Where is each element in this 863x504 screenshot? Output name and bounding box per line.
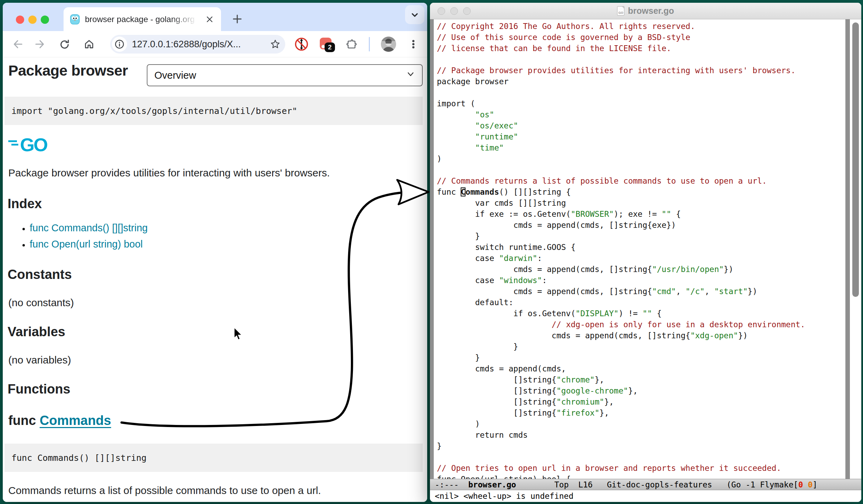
zoom-window-button[interactable]	[41, 16, 49, 24]
close-tab-icon[interactable]	[204, 13, 215, 25]
index-link-commands[interactable]: func Commands() [][]string	[30, 222, 148, 233]
window-controls-inactive[interactable]	[438, 7, 471, 15]
page-title: Package browser	[8, 62, 128, 79]
browser-toolbar: 127.0.0.1:62888/gopls/X... 2	[3, 31, 427, 57]
go-logo: GO	[8, 135, 53, 155]
code-line: import (	[437, 98, 841, 109]
import-code-block: import "golang.org/x/tools/gopls/interna…	[4, 97, 423, 125]
new-tab-button[interactable]	[229, 11, 245, 27]
code-line: func Commands() [][]string {	[437, 186, 841, 197]
extensions-puzzle-icon[interactable]	[343, 36, 359, 52]
list-item: func Open(url string) bool	[30, 239, 148, 250]
code-line: "os"	[437, 109, 841, 120]
bookmark-star-icon[interactable]	[270, 39, 280, 49]
close-window-button[interactable]	[438, 7, 445, 15]
profile-avatar[interactable]	[381, 36, 396, 52]
func-commands-heading: func Commands	[8, 413, 111, 428]
index-link-open[interactable]: func Open(url string) bool	[30, 239, 143, 250]
forward-icon[interactable]	[32, 36, 48, 52]
minimize-window-button[interactable]	[450, 7, 458, 15]
no-constants-note: (no constants)	[8, 297, 74, 309]
no-variables-note: (no variables)	[8, 354, 71, 366]
code-line: []string{"google-chrome"},	[437, 385, 841, 396]
code-line: "os/exec"	[437, 120, 841, 131]
emacs-window: GO browser.go // Copyright 2016 The Go A…	[430, 3, 861, 502]
import-statement: import "golang.org/x/tools/gopls/interna…	[11, 106, 297, 116]
extension-with-badge-icon[interactable]: 2	[318, 36, 334, 52]
code-line: if os.Getenv("DISPLAY") != "" {	[437, 308, 841, 319]
code-line: "runtime"	[437, 131, 841, 142]
overview-select[interactable]: Overview	[147, 64, 423, 86]
toolbar-divider	[369, 37, 370, 51]
code-line: "time"	[437, 142, 841, 153]
code-line	[437, 54, 841, 65]
extension-badge: 2	[325, 42, 335, 52]
reload-icon[interactable]	[57, 36, 73, 52]
browser-tab[interactable]: browser package - golang.org	[64, 7, 221, 31]
code-line: cmds = append(cmds,	[437, 363, 841, 374]
emacs-buffer[interactable]: // Copyright 2016 The Go Authors. All ri…	[430, 19, 861, 479]
constants-heading: Constants	[8, 267, 72, 282]
code-line: }	[437, 440, 841, 452]
code-line: // Open tries to open url in a browser a…	[437, 463, 841, 474]
code-line: // xdg-open is only for use in a desktop…	[437, 319, 841, 330]
code-line: // Commands returns a list of possible c…	[437, 175, 841, 186]
svg-text:GO: GO	[20, 135, 47, 154]
address-bar[interactable]: 127.0.0.1:62888/gopls/X...	[110, 35, 285, 54]
back-icon[interactable]	[10, 36, 26, 52]
code-line: []string{"chromium"},	[437, 396, 841, 407]
package-description: Package browser provides utilities for i…	[8, 167, 330, 179]
url-text[interactable]: 127.0.0.1:62888/gopls/X...	[132, 39, 270, 50]
chrome-window: browser package - golang.org	[3, 3, 427, 502]
home-icon[interactable]	[81, 36, 97, 52]
package-doc-page: Package browser Overview import "golang.…	[3, 57, 427, 502]
code-line: if exe := os.Getenv("BROWSER"); exe != "…	[437, 209, 841, 220]
code-line: }	[437, 352, 841, 363]
kebab-menu-icon[interactable]	[405, 36, 421, 52]
code-line: return cmds	[437, 429, 841, 440]
code-line: var cmds [][]string	[437, 197, 841, 209]
scrollbar-thumb[interactable]	[852, 22, 859, 297]
emacs-titlebar[interactable]: GO browser.go	[430, 3, 861, 19]
mode-line-text: -:--- browser.go Top L16 Git-doc-gopls-f…	[435, 480, 817, 489]
zoom-window-button[interactable]	[463, 7, 471, 15]
code-line: }	[437, 231, 841, 242]
site-info-icon[interactable]	[112, 37, 127, 52]
code-line: func Open(url string) bool {	[437, 474, 841, 479]
index-list: func Commands() [][]string func Open(url…	[20, 222, 148, 255]
func-keyword: func	[8, 413, 40, 428]
tab-search-chevron-button[interactable]	[405, 5, 424, 24]
tab-title: browser package - golang.org	[85, 14, 200, 24]
code-line: // license that can be found in the LICE…	[437, 43, 841, 54]
code-line: []string{"chrome"},	[437, 374, 841, 385]
variables-heading: Variables	[8, 324, 65, 339]
chevron-down-icon	[406, 70, 415, 81]
func-commands-link[interactable]: Commands	[40, 413, 111, 428]
file-document-icon: GO	[617, 6, 624, 16]
emacs-window-title: GO browser.go	[617, 6, 674, 16]
mode-line: -:--- browser.go Top L16 Git-doc-gopls-f…	[430, 479, 861, 490]
code-line: }	[437, 341, 841, 352]
list-item: func Commands() [][]string	[30, 222, 148, 234]
code-line: )	[437, 153, 841, 164]
code-line: case "darwin":	[437, 253, 841, 264]
scroll-blocker-extension-icon[interactable]	[294, 36, 309, 52]
code-line: // Package browser provides utilities fo…	[437, 65, 841, 76]
func-description: Commands returns a list of possible comm…	[8, 485, 321, 496]
code-line	[437, 452, 841, 463]
func-signature: func Commands() [][]string	[11, 453, 146, 463]
right-scrollbar-track[interactable]	[845, 19, 850, 479]
code-line: // Use of this source code is governed b…	[437, 32, 841, 43]
go-gopher-favicon	[70, 14, 80, 25]
code-line: // Copyright 2016 The Go Authors. All ri…	[437, 21, 841, 32]
left-scrollbar-track[interactable]	[430, 19, 434, 479]
code-line: cmds = append(cmds, []string{exe})	[437, 220, 841, 231]
close-window-button[interactable]	[16, 16, 24, 24]
func-signature-block: func Commands() [][]string	[4, 444, 423, 472]
overview-select-value: Overview	[154, 70, 196, 81]
window-title-text: browser.go	[628, 6, 674, 16]
echo-message: <nil> <wheel-up> is undefined	[435, 492, 574, 501]
minimize-window-button[interactable]	[28, 16, 37, 24]
echo-area: <nil> <wheel-up> is undefined	[430, 490, 861, 502]
code-line: cmds = append(cmds, []string{"cmd", "/c"…	[437, 286, 841, 297]
